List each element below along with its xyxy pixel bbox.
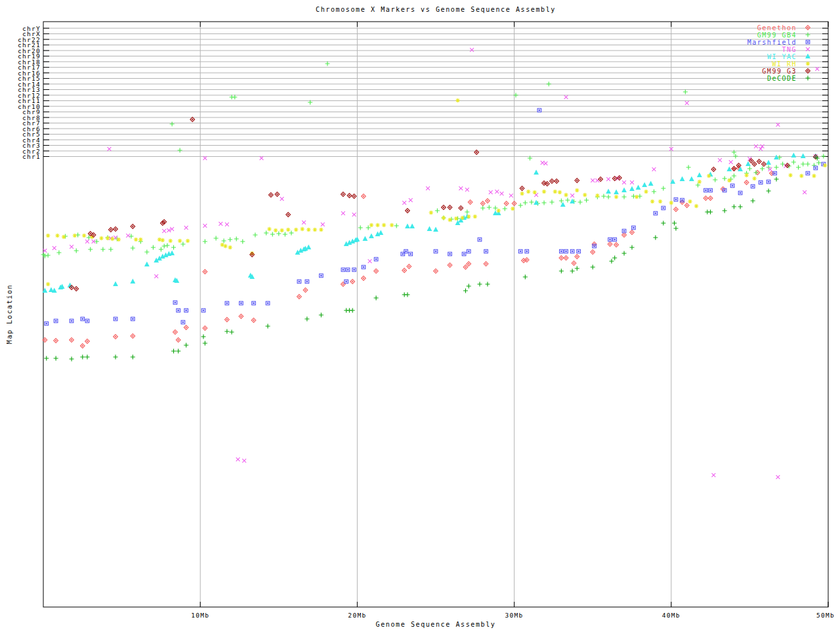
data-point-asterisk: [526, 190, 531, 194]
data-point-plus: [266, 324, 270, 329]
data-point-square-dot: [450, 253, 450, 254]
data-point-diamond-dot: [343, 284, 343, 284]
data-point-asterisk: [496, 209, 501, 213]
legend-marker-gm99-g3: [806, 69, 810, 74]
data-point-plus: [713, 178, 717, 182]
data-point-square-dot: [732, 185, 732, 186]
data-point-asterisk: [644, 190, 648, 194]
data-point-asterisk: [138, 238, 143, 242]
data-point-square-dot: [186, 310, 186, 310]
data-point-asterisk: [369, 223, 374, 228]
data-point-diamond-dot: [299, 296, 299, 297]
legend-marker-marshfield: [806, 40, 810, 44]
data-point-plus: [176, 349, 180, 354]
data-point-plus: [463, 289, 468, 293]
data-point-asterisk: [73, 234, 77, 238]
data-point-triangle-filled: [630, 187, 634, 191]
data-point-x: [225, 222, 229, 226]
data-point-square-dot: [623, 230, 624, 231]
data-point-diamond-dot: [713, 169, 714, 169]
data-point-square-dot: [682, 200, 682, 200]
data-point-square-dot: [807, 41, 808, 42]
data-point-plus: [529, 200, 534, 205]
data-point-diamond-dot: [343, 194, 343, 194]
data-point-diamond-dot: [807, 27, 808, 28]
data-point-plus: [253, 233, 257, 238]
data-point-triangle-filled: [534, 171, 538, 175]
data-point-plus: [523, 275, 528, 280]
data-point-diamond-dot: [469, 263, 469, 264]
data-point-plus: [523, 201, 528, 205]
data-point-asterisk: [280, 228, 284, 233]
data-point-square-dot: [410, 253, 411, 254]
data-point-plus: [791, 160, 796, 165]
data-point-x: [776, 475, 780, 479]
data-point-x: [219, 222, 222, 226]
data-point-plus: [222, 239, 226, 243]
data-point-plus: [806, 33, 810, 37]
data-point-triangle-filled: [306, 245, 310, 249]
data-point-asterisk: [134, 238, 138, 242]
data-point-square-dot: [46, 323, 47, 324]
data-point-plus: [751, 199, 755, 203]
data-point-triangle-filled: [131, 280, 135, 284]
data-point-plus: [733, 154, 738, 159]
data-point-square-dot: [807, 173, 808, 173]
data-point-square-dot: [768, 181, 768, 182]
data-point-diamond-dot: [465, 266, 466, 267]
data-point-asterisk: [267, 227, 272, 232]
data-point-plus: [723, 177, 727, 181]
data-point-diamond-dot: [551, 180, 552, 181]
data-point-triangle-filled: [427, 227, 431, 231]
legend-label-wi-yac: WI YAC: [767, 53, 797, 60]
data-point-diamond-dot: [349, 195, 350, 196]
data-point-diamond-dot: [450, 264, 450, 265]
data-point-plus: [503, 207, 507, 211]
data-point-asterisk: [799, 174, 804, 178]
data-point-diamond-dot: [409, 266, 410, 266]
data-point-diamond-dot: [470, 201, 471, 202]
legend-label-gm99-g3: GM99 G3: [762, 68, 797, 75]
data-point-plus: [203, 240, 207, 244]
data-point-plus: [75, 233, 80, 238]
data-point-diamond-dot: [110, 229, 111, 230]
data-point-plus: [806, 76, 810, 81]
data-point-plus: [686, 165, 691, 170]
data-point-triangle-filled: [637, 186, 640, 190]
data-point-triangle-filled: [379, 231, 383, 235]
data-point-diamond-dot: [600, 178, 600, 179]
data-point-asterisk: [160, 238, 165, 243]
series-gm99-gb4: [41, 62, 826, 259]
data-point-asterisk: [669, 201, 674, 205]
data-point-diamond-dot: [616, 244, 616, 245]
data-point-square-dot: [710, 190, 711, 190]
data-point-diamond-dot: [363, 196, 364, 196]
data-point-diamond-dot: [186, 327, 186, 327]
data-point-square-dot: [435, 251, 436, 251]
data-point-plus: [732, 174, 736, 178]
data-point-square-dot: [241, 303, 242, 303]
plot-border: [43, 22, 828, 607]
data-point-plus: [234, 237, 239, 242]
data-point-square-dot: [347, 269, 348, 270]
data-point-plus: [760, 167, 765, 171]
data-point-x: [606, 177, 610, 181]
data-point-asterisk: [658, 200, 663, 204]
data-point-square-dot: [203, 310, 203, 310]
data-point-triangle-filled: [806, 54, 810, 58]
data-point-square-dot: [705, 190, 706, 190]
data-point-plus: [612, 256, 617, 261]
data-point-x: [402, 201, 406, 205]
data-point-asterisk: [558, 190, 562, 195]
data-point-asterisk: [614, 195, 619, 200]
data-point-asterisk: [300, 227, 304, 232]
data-point-plus: [487, 205, 492, 210]
data-point-asterisk: [744, 173, 749, 178]
data-point-plus: [203, 341, 207, 346]
data-point-plus: [672, 221, 677, 226]
data-point-x: [465, 188, 469, 192]
data-point-triangle-filled: [746, 162, 750, 166]
data-point-x: [154, 274, 158, 278]
data-point-plus: [480, 206, 485, 211]
data-point-plus: [80, 355, 85, 360]
